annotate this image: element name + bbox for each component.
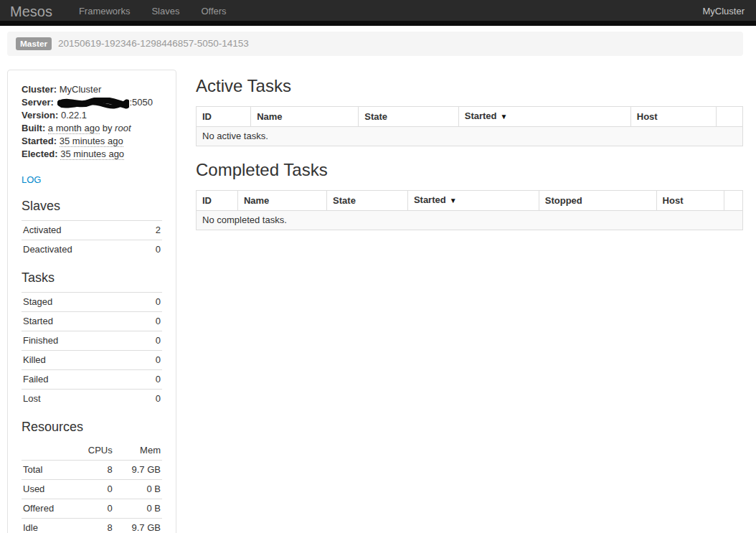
nav-item-offers[interactable]: Offers (190, 0, 237, 24)
active-col-state[interactable]: State (359, 107, 458, 127)
built-info-line: Built: a month ago by root (22, 122, 162, 135)
completed-col-stopped[interactable]: Stopped (539, 191, 656, 211)
started-value: 35 minutes ago (60, 136, 123, 147)
resources-offered-label: Offered (22, 499, 72, 519)
tasks-staged-label: Staged (22, 293, 138, 312)
active-tasks-title: Active Tasks (196, 75, 743, 97)
tasks-section-title: Tasks (22, 269, 162, 286)
table-row: Staged 0 (22, 293, 162, 312)
slaves-activated-value: 2 (143, 221, 162, 240)
tasks-failed-label: Failed (22, 370, 138, 390)
completed-col-started-label: Started (414, 194, 446, 205)
resources-used-cpus: 0 (72, 480, 113, 499)
tasks-lost-label: Lost (22, 390, 138, 409)
table-row: Killed 0 (22, 351, 162, 370)
sort-desc-icon: ▼ (450, 197, 457, 204)
table-row: Offered 0 0 B (22, 499, 162, 519)
active-col-started[interactable]: Started▼ (458, 107, 630, 127)
version-info-line: Version: 0.22.1 (22, 109, 162, 122)
started-label: Started: (22, 136, 57, 146)
table-row: Used 0 0 B (22, 480, 162, 499)
table-row: Idle 8 9.7 GB (22, 519, 162, 533)
table-row: Finished 0 (22, 331, 162, 351)
tasks-killed-value: 0 (138, 351, 162, 370)
completed-tasks-title: Completed Tasks (196, 159, 743, 181)
built-time: a month ago (48, 123, 100, 134)
navbar-menu: Frameworks Slaves Offers (68, 0, 237, 24)
completed-col-name[interactable]: Name (237, 191, 326, 211)
server-label: Server: (22, 97, 54, 108)
active-col-actions (717, 107, 743, 127)
completed-tasks-header-row: ID Name State Started▼ Stopped Host (197, 191, 743, 211)
tasks-killed-label: Killed (22, 351, 138, 370)
active-tasks-table: ID Name State Started▼ Host No active ta… (196, 106, 743, 146)
resources-section-title: Resources (22, 418, 162, 435)
slaves-deactivated-value: 0 (143, 240, 162, 260)
tasks-started-label: Started (22, 312, 138, 331)
nav-item-slaves[interactable]: Slaves (141, 0, 190, 24)
resources-cpus-header: CPUs (72, 441, 113, 461)
active-tasks-empty-message: No active tasks. (197, 127, 743, 146)
completed-col-id[interactable]: ID (197, 191, 238, 211)
tasks-staged-value: 0 (138, 293, 162, 312)
resources-used-label: Used (22, 480, 72, 499)
tasks-started-value: 0 (138, 312, 162, 331)
resources-idle-cpus: 8 (72, 519, 113, 533)
tasks-summary-table: Staged 0 Started 0 Finished 0 Killed 0 (22, 292, 162, 408)
active-tasks-header-row: ID Name State Started▼ Host (197, 107, 743, 127)
version-value: 0.22.1 (61, 110, 87, 121)
table-row: Deactivated 0 (22, 240, 162, 260)
tasks-failed-value: 0 (138, 370, 162, 390)
nav-item-frameworks[interactable]: Frameworks (68, 0, 141, 24)
master-badge: Master (16, 37, 52, 50)
slaves-deactivated-label: Deactivated (22, 240, 143, 260)
completed-col-started[interactable]: Started▼ (407, 191, 539, 211)
resources-offered-mem: 0 B (114, 499, 162, 519)
resources-mem-header: Mem (114, 441, 162, 461)
navbar-cluster-name: MyCluster (702, 4, 745, 19)
table-row: Total 8 9.7 GB (22, 461, 162, 480)
resources-used-mem: 0 B (114, 480, 162, 499)
completed-col-host[interactable]: Host (656, 191, 724, 211)
active-col-started-label: Started (465, 110, 497, 121)
completed-col-actions (724, 191, 743, 211)
active-col-name[interactable]: Name (251, 107, 359, 127)
built-by-text: by (103, 123, 113, 133)
started-info-line: Started: 35 minutes ago (22, 135, 162, 148)
built-label: Built: (22, 123, 45, 133)
completed-tasks-table: ID Name State Started▼ Stopped Host No c… (196, 190, 743, 230)
active-col-id[interactable]: ID (197, 107, 251, 127)
sidebar-panel: Cluster: MyCluster Server: :5050 Version… (7, 70, 176, 533)
tasks-finished-label: Finished (22, 331, 138, 351)
brand-link[interactable]: Mesos (10, 0, 52, 24)
table-row: Failed 0 (22, 370, 162, 390)
cluster-info-line: Cluster: MyCluster (22, 83, 162, 96)
slaves-table: Activated 2 Deactivated 0 (22, 220, 162, 259)
resources-empty-header (22, 441, 72, 461)
breadcrumb: Master 20150619-192346-1298446857-5050-1… (7, 32, 743, 56)
resources-total-label: Total (22, 461, 72, 480)
resources-header-row: CPUs Mem (22, 441, 162, 461)
active-tasks-empty-row: No active tasks. (197, 127, 743, 146)
main-content: Active Tasks ID Name State Started▼ Host (196, 70, 743, 243)
resources-table: CPUs Mem Total 8 9.7 GB Used 0 0 B (22, 441, 162, 533)
slaves-activated-label: Activated (22, 221, 143, 240)
resources-total-mem: 9.7 GB (114, 461, 162, 480)
tasks-lost-value: 0 (138, 390, 162, 409)
log-link[interactable]: LOG (22, 173, 41, 187)
master-id: 20150619-192346-1298446857-5050-14153 (58, 37, 249, 51)
table-row: Activated 2 (22, 221, 162, 240)
server-address-redaction-scribble (57, 98, 129, 109)
server-info-line: Server: :5050 (22, 96, 162, 109)
resources-idle-label: Idle (22, 519, 72, 533)
elected-value: 35 minutes ago (60, 148, 124, 160)
table-row: Started 0 (22, 312, 162, 331)
resources-total-cpus: 8 (72, 461, 113, 480)
sort-desc-icon: ▼ (501, 113, 508, 121)
completed-col-state[interactable]: State (327, 191, 408, 211)
active-col-host[interactable]: Host (630, 107, 717, 127)
built-user: root (115, 123, 131, 133)
tasks-finished-value: 0 (138, 331, 162, 351)
completed-tasks-empty-message: No completed tasks. (197, 211, 743, 230)
server-port: :5050 (129, 97, 153, 108)
